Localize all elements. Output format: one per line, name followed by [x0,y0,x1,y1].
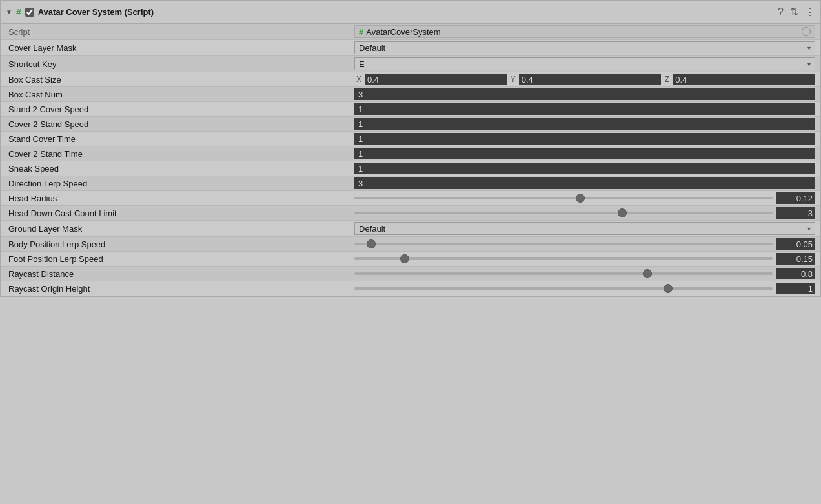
head-radius-track [354,197,773,199]
raycast-origin-height-track [354,287,773,290]
help-icon[interactable]: ? [778,6,784,18]
raycast-origin-height-slider-container [354,283,815,294]
body-position-lerp-speed-value-input[interactable] [776,238,815,250]
x-label: X [354,75,363,84]
cover-layer-mask-dropdown[interactable]: Default ▾ [354,41,815,54]
box-cast-size-y-input[interactable] [519,74,662,85]
body-position-lerp-speed-thumb[interactable] [367,239,376,248]
stand-cover-time-input[interactable] [354,133,815,145]
cover-layer-mask-value: Default ▾ [354,41,815,54]
direction-lerp-speed-label: Direction Lerp Speed [6,179,354,188]
script-value-text: # AvatarCoverSystem [359,27,441,37]
cover-layer-mask-label: Cover Layer Mask [6,43,354,53]
component-header: ▼ # Avatar Cover System (Script) ? ⇅ ⋮ [1,1,820,24]
body-position-lerp-speed-slider-container [354,238,815,250]
ground-layer-mask-value: Default ▾ [354,222,815,235]
box-cast-size-label: Box Cast Size [6,75,354,85]
box-cast-size-value: X Y Z [354,74,815,85]
body-position-lerp-speed-label: Body Position Lerp Speed [6,239,354,249]
stand-2-cover-speed-row: Stand 2 Cover Speed [1,102,820,117]
sneak-speed-label: Sneak Speed [6,164,354,174]
y-label: Y [509,75,518,84]
shortcut-key-selected: E [359,59,365,69]
sneak-speed-input[interactable] [354,163,815,174]
body-position-lerp-speed-track [354,243,773,245]
ground-layer-mask-selected: Default [359,224,385,234]
head-radius-label: Head Radius [6,194,354,203]
raycast-distance-track [354,272,773,275]
shortcut-key-row: Shortcut Key E ▾ [1,56,820,72]
foot-position-lerp-speed-row: Foot Position Lerp Speed [1,252,820,267]
cover-2-stand-time-label: Cover 2 Stand Time [6,149,354,159]
head-down-cast-count-value-input[interactable] [776,207,815,219]
z-label: Z [662,75,671,84]
component-title: Avatar Cover System (Script) [38,7,774,17]
stand-2-cover-speed-value [354,103,815,115]
cover-2-stand-speed-input[interactable] [354,118,815,130]
raycast-origin-height-label: Raycast Origin Height [6,284,354,294]
stand-cover-time-value [354,133,815,145]
head-radius-row: Head Radius [1,191,820,206]
ground-layer-mask-dropdown[interactable]: Default ▾ [354,222,815,235]
shortcut-key-value: E ▾ [354,57,815,70]
box-cast-num-label: Box Cast Num [6,90,354,99]
raycast-distance-label: Raycast Distance [6,269,354,279]
cover-2-stand-speed-label: Cover 2 Stand Speed [6,119,354,129]
cover-2-stand-time-value [354,148,815,159]
raycast-distance-thumb[interactable] [643,269,652,278]
shortcut-key-dropdown[interactable]: E ▾ [354,57,815,70]
shortcut-key-label: Shortcut Key [6,59,354,69]
header-actions: ? ⇅ ⋮ [778,6,815,18]
direction-lerp-speed-input[interactable] [354,177,815,189]
cover-layer-mask-arrow-icon: ▾ [807,45,811,52]
collapse-arrow-icon[interactable]: ▼ [6,8,12,15]
script-value[interactable]: # AvatarCoverSystem [354,25,815,38]
foot-position-lerp-speed-label: Foot Position Lerp Speed [6,254,354,264]
box-cast-num-value [354,88,815,100]
box-cast-size-x-input[interactable] [365,74,507,85]
sneak-speed-value [354,163,815,174]
raycast-origin-height-thumb[interactable] [664,284,673,293]
component-panel: ▼ # Avatar Cover System (Script) ? ⇅ ⋮ S… [0,0,821,297]
script-hash-icon: # [16,7,21,17]
head-down-cast-count-slider-container [354,207,815,219]
cover-2-stand-speed-value [354,118,815,130]
raycast-origin-height-value-input[interactable] [776,283,815,294]
raycast-distance-slider-container [354,268,815,279]
head-radius-thumb[interactable] [576,194,585,203]
raycast-origin-height-row: Raycast Origin Height [1,281,820,296]
head-down-cast-count-label: Head Down Cast Count Limit [6,208,354,218]
box-cast-num-row: Box Cast Num [1,87,820,102]
direction-lerp-speed-row: Direction Lerp Speed [1,176,820,191]
shortcut-key-arrow-icon: ▾ [807,61,811,68]
cover-layer-mask-selected: Default [359,43,385,53]
menu-icon[interactable]: ⋮ [805,6,815,18]
box-cast-num-input[interactable] [354,88,815,100]
head-down-cast-count-thumb[interactable] [618,208,627,217]
cover-2-stand-time-row: Cover 2 Stand Time [1,146,820,161]
cover-layer-mask-row: Cover Layer Mask Default ▾ [1,40,820,56]
stand-cover-time-label: Stand Cover Time [6,134,354,144]
head-radius-value-input[interactable] [776,192,815,204]
script-row: Script # AvatarCoverSystem [1,24,820,40]
script-target-icon[interactable] [802,27,811,36]
head-radius-slider-container [354,192,815,204]
direction-lerp-speed-value [354,177,815,189]
foot-position-lerp-speed-value-input[interactable] [776,253,815,265]
stand-cover-time-row: Stand Cover Time [1,132,820,146]
box-cast-size-row: Box Cast Size X Y Z [1,72,820,87]
raycast-distance-value-input[interactable] [776,268,815,279]
stand-2-cover-speed-input[interactable] [354,103,815,115]
sneak-speed-row: Sneak Speed [1,161,820,176]
raycast-distance-row: Raycast Distance [1,267,820,281]
presets-icon[interactable]: ⇅ [790,6,798,18]
box-cast-size-z-input[interactable] [673,74,815,85]
enabled-checkbox[interactable] [25,8,34,17]
cover-2-stand-speed-row: Cover 2 Stand Speed [1,117,820,132]
foot-position-lerp-speed-track [354,257,773,260]
script-value-hash-icon: # [359,27,363,37]
head-down-cast-count-track [354,212,773,214]
cover-2-stand-time-input[interactable] [354,148,815,159]
foot-position-lerp-speed-thumb[interactable] [400,254,409,263]
stand-2-cover-speed-label: Stand 2 Cover Speed [6,105,354,114]
